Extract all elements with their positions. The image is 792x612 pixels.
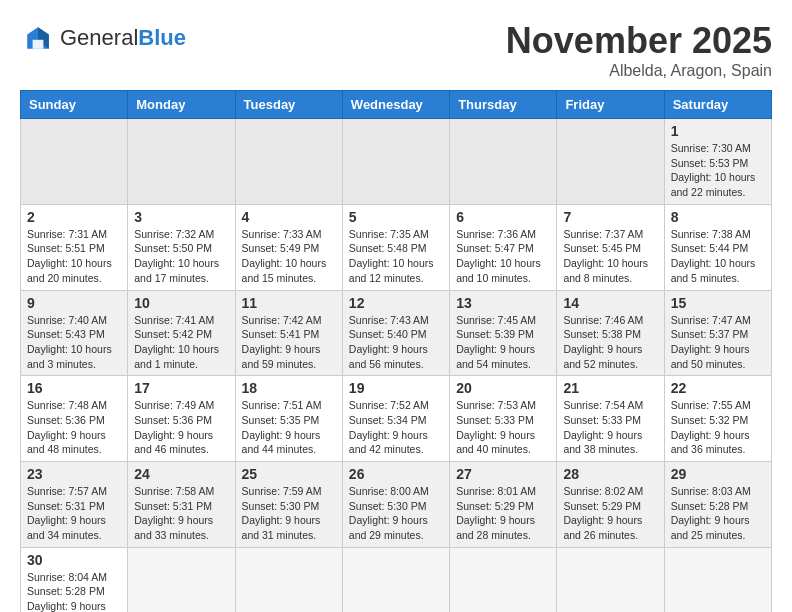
calendar-day-cell: 27Sunrise: 8:01 AM Sunset: 5:29 PM Dayli…	[450, 462, 557, 548]
calendar-day-cell: 12Sunrise: 7:43 AM Sunset: 5:40 PM Dayli…	[342, 290, 449, 376]
day-number: 25	[242, 466, 336, 482]
day-info: Sunrise: 7:31 AM Sunset: 5:51 PM Dayligh…	[27, 227, 121, 286]
day-info: Sunrise: 7:57 AM Sunset: 5:31 PM Dayligh…	[27, 484, 121, 543]
calendar-week-row: 16Sunrise: 7:48 AM Sunset: 5:36 PM Dayli…	[21, 376, 772, 462]
day-number: 19	[349, 380, 443, 396]
day-info: Sunrise: 8:01 AM Sunset: 5:29 PM Dayligh…	[456, 484, 550, 543]
day-number: 15	[671, 295, 765, 311]
day-number: 17	[134, 380, 228, 396]
day-number: 20	[456, 380, 550, 396]
calendar-day-cell	[450, 547, 557, 612]
page-header: GeneralBlue November 2025 Albelda, Arago…	[20, 20, 772, 80]
calendar-day-cell	[557, 119, 664, 205]
calendar-week-row: 9Sunrise: 7:40 AM Sunset: 5:43 PM Daylig…	[21, 290, 772, 376]
day-number: 5	[349, 209, 443, 225]
day-info: Sunrise: 7:30 AM Sunset: 5:53 PM Dayligh…	[671, 141, 765, 200]
day-number: 1	[671, 123, 765, 139]
calendar-day-cell: 14Sunrise: 7:46 AM Sunset: 5:38 PM Dayli…	[557, 290, 664, 376]
location-subtitle: Albelda, Aragon, Spain	[506, 62, 772, 80]
calendar-day-cell: 7Sunrise: 7:37 AM Sunset: 5:45 PM Daylig…	[557, 204, 664, 290]
day-number: 29	[671, 466, 765, 482]
day-number: 28	[563, 466, 657, 482]
calendar-day-cell: 23Sunrise: 7:57 AM Sunset: 5:31 PM Dayli…	[21, 462, 128, 548]
calendar-day-cell: 19Sunrise: 7:52 AM Sunset: 5:34 PM Dayli…	[342, 376, 449, 462]
day-info: Sunrise: 7:58 AM Sunset: 5:31 PM Dayligh…	[134, 484, 228, 543]
day-number: 13	[456, 295, 550, 311]
calendar-day-cell: 2Sunrise: 7:31 AM Sunset: 5:51 PM Daylig…	[21, 204, 128, 290]
calendar-day-cell: 10Sunrise: 7:41 AM Sunset: 5:42 PM Dayli…	[128, 290, 235, 376]
day-number: 11	[242, 295, 336, 311]
day-info: Sunrise: 7:42 AM Sunset: 5:41 PM Dayligh…	[242, 313, 336, 372]
calendar-day-cell	[450, 119, 557, 205]
calendar-day-cell: 9Sunrise: 7:40 AM Sunset: 5:43 PM Daylig…	[21, 290, 128, 376]
day-number: 6	[456, 209, 550, 225]
day-number: 18	[242, 380, 336, 396]
general-blue-logo-icon	[20, 20, 56, 56]
calendar-day-cell: 28Sunrise: 8:02 AM Sunset: 5:29 PM Dayli…	[557, 462, 664, 548]
day-info: Sunrise: 8:02 AM Sunset: 5:29 PM Dayligh…	[563, 484, 657, 543]
weekday-header-wednesday: Wednesday	[342, 91, 449, 119]
calendar-day-cell: 30Sunrise: 8:04 AM Sunset: 5:28 PM Dayli…	[21, 547, 128, 612]
calendar-day-cell: 4Sunrise: 7:33 AM Sunset: 5:49 PM Daylig…	[235, 204, 342, 290]
day-info: Sunrise: 7:52 AM Sunset: 5:34 PM Dayligh…	[349, 398, 443, 457]
calendar-day-cell: 25Sunrise: 7:59 AM Sunset: 5:30 PM Dayli…	[235, 462, 342, 548]
day-number: 16	[27, 380, 121, 396]
day-number: 12	[349, 295, 443, 311]
day-info: Sunrise: 7:47 AM Sunset: 5:37 PM Dayligh…	[671, 313, 765, 372]
calendar-week-row: 1Sunrise: 7:30 AM Sunset: 5:53 PM Daylig…	[21, 119, 772, 205]
calendar-day-cell	[557, 547, 664, 612]
title-area: November 2025 Albelda, Aragon, Spain	[506, 20, 772, 80]
day-number: 3	[134, 209, 228, 225]
calendar-day-cell: 16Sunrise: 7:48 AM Sunset: 5:36 PM Dayli…	[21, 376, 128, 462]
day-info: Sunrise: 7:55 AM Sunset: 5:32 PM Dayligh…	[671, 398, 765, 457]
day-info: Sunrise: 7:51 AM Sunset: 5:35 PM Dayligh…	[242, 398, 336, 457]
calendar-week-row: 30Sunrise: 8:04 AM Sunset: 5:28 PM Dayli…	[21, 547, 772, 612]
month-title: November 2025	[506, 20, 772, 62]
calendar-day-cell	[664, 547, 771, 612]
calendar-day-cell	[342, 119, 449, 205]
calendar-day-cell: 20Sunrise: 7:53 AM Sunset: 5:33 PM Dayli…	[450, 376, 557, 462]
day-info: Sunrise: 7:41 AM Sunset: 5:42 PM Dayligh…	[134, 313, 228, 372]
weekday-header-monday: Monday	[128, 91, 235, 119]
calendar-table: SundayMondayTuesdayWednesdayThursdayFrid…	[20, 90, 772, 612]
day-number: 26	[349, 466, 443, 482]
calendar-day-cell	[235, 547, 342, 612]
day-info: Sunrise: 7:35 AM Sunset: 5:48 PM Dayligh…	[349, 227, 443, 286]
day-info: Sunrise: 7:32 AM Sunset: 5:50 PM Dayligh…	[134, 227, 228, 286]
day-number: 9	[27, 295, 121, 311]
weekday-header-tuesday: Tuesday	[235, 91, 342, 119]
day-info: Sunrise: 7:33 AM Sunset: 5:49 PM Dayligh…	[242, 227, 336, 286]
calendar-day-cell	[342, 547, 449, 612]
calendar-day-cell: 11Sunrise: 7:42 AM Sunset: 5:41 PM Dayli…	[235, 290, 342, 376]
calendar-day-cell	[128, 547, 235, 612]
weekday-header-saturday: Saturday	[664, 91, 771, 119]
day-number: 21	[563, 380, 657, 396]
calendar-day-cell: 22Sunrise: 7:55 AM Sunset: 5:32 PM Dayli…	[664, 376, 771, 462]
weekday-header-thursday: Thursday	[450, 91, 557, 119]
day-info: Sunrise: 7:48 AM Sunset: 5:36 PM Dayligh…	[27, 398, 121, 457]
day-number: 8	[671, 209, 765, 225]
weekday-header-sunday: Sunday	[21, 91, 128, 119]
calendar-day-cell: 17Sunrise: 7:49 AM Sunset: 5:36 PM Dayli…	[128, 376, 235, 462]
calendar-day-cell: 29Sunrise: 8:03 AM Sunset: 5:28 PM Dayli…	[664, 462, 771, 548]
calendar-day-cell: 8Sunrise: 7:38 AM Sunset: 5:44 PM Daylig…	[664, 204, 771, 290]
calendar-day-cell: 26Sunrise: 8:00 AM Sunset: 5:30 PM Dayli…	[342, 462, 449, 548]
svg-rect-3	[33, 40, 44, 49]
day-info: Sunrise: 8:04 AM Sunset: 5:28 PM Dayligh…	[27, 570, 121, 612]
calendar-week-row: 23Sunrise: 7:57 AM Sunset: 5:31 PM Dayli…	[21, 462, 772, 548]
calendar-day-cell	[128, 119, 235, 205]
calendar-day-cell	[235, 119, 342, 205]
day-number: 30	[27, 552, 121, 568]
day-info: Sunrise: 8:00 AM Sunset: 5:30 PM Dayligh…	[349, 484, 443, 543]
day-info: Sunrise: 7:59 AM Sunset: 5:30 PM Dayligh…	[242, 484, 336, 543]
day-number: 10	[134, 295, 228, 311]
logo-text: GeneralBlue	[60, 25, 186, 51]
day-info: Sunrise: 7:53 AM Sunset: 5:33 PM Dayligh…	[456, 398, 550, 457]
calendar-week-row: 2Sunrise: 7:31 AM Sunset: 5:51 PM Daylig…	[21, 204, 772, 290]
day-number: 22	[671, 380, 765, 396]
day-info: Sunrise: 7:49 AM Sunset: 5:36 PM Dayligh…	[134, 398, 228, 457]
calendar-day-cell: 3Sunrise: 7:32 AM Sunset: 5:50 PM Daylig…	[128, 204, 235, 290]
day-number: 2	[27, 209, 121, 225]
day-info: Sunrise: 8:03 AM Sunset: 5:28 PM Dayligh…	[671, 484, 765, 543]
day-info: Sunrise: 7:54 AM Sunset: 5:33 PM Dayligh…	[563, 398, 657, 457]
